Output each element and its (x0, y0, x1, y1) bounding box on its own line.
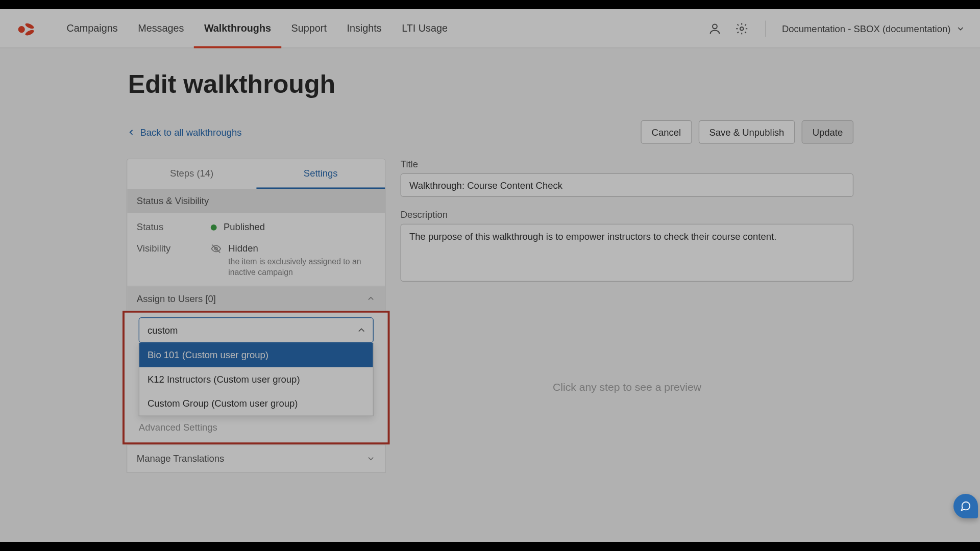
chat-icon (960, 500, 971, 512)
assign-option[interactable]: Custom Group (Custom user group) (139, 392, 373, 416)
manage-translations-row[interactable]: Manage Translations (127, 445, 385, 472)
assign-option[interactable]: K12 Instructors (Custom user group) (139, 367, 373, 391)
status-dot-icon (211, 224, 217, 231)
assign-search-input[interactable] (139, 317, 374, 343)
status-visibility-header: Status & Visibility (127, 189, 385, 213)
visibility-value: Hidden (228, 243, 363, 254)
assign-option[interactable]: Bio 101 (Custom user group) (139, 343, 373, 367)
chevron-down-icon (956, 23, 965, 33)
nav-support[interactable]: Support (281, 9, 337, 47)
help-fab[interactable] (953, 494, 978, 518)
description-textarea[interactable] (401, 224, 853, 282)
title-input[interactable] (401, 173, 853, 197)
assign-users-header[interactable]: Assign to Users [0] (127, 287, 385, 311)
assign-dropdown-list: Bio 101 (Custom user group) K12 Instruct… (139, 343, 374, 417)
user-icon[interactable] (707, 21, 722, 36)
workspace-switcher[interactable]: Documentation - SBOX (documentation) (782, 23, 965, 34)
back-link-label: Back to all walkthroughs (140, 127, 241, 137)
svg-point-4 (740, 27, 743, 30)
page-title: Edit walkthrough (127, 70, 853, 99)
tab-settings[interactable]: Settings (256, 159, 385, 189)
main-nav: Campaigns Messages Walkthroughs Support … (57, 9, 458, 47)
preview-placeholder: Click any step to see a preview (401, 296, 853, 478)
tab-steps[interactable]: Steps (14) (127, 159, 256, 189)
cancel-button[interactable]: Cancel (641, 120, 692, 144)
svg-point-1 (24, 22, 35, 30)
gear-icon[interactable] (734, 21, 749, 36)
nav-lti-usage[interactable]: LTI Usage (391, 9, 457, 47)
nav-messages[interactable]: Messages (128, 9, 194, 47)
back-link[interactable]: Back to all walkthroughs (127, 127, 241, 137)
divider (765, 20, 766, 37)
chevron-left-icon (127, 127, 136, 136)
save-unpublish-button[interactable]: Save & Unpublish (698, 120, 795, 144)
svg-point-2 (24, 29, 35, 36)
visibility-label: Visibility (137, 243, 211, 254)
nav-walkthroughs[interactable]: Walkthroughs (194, 9, 281, 47)
chevron-up-icon (366, 294, 376, 303)
chevron-up-icon[interactable] (356, 325, 367, 336)
assign-dropdown-highlight: Bio 101 (Custom user group) K12 Instruct… (122, 311, 390, 444)
description-label: Description (401, 209, 853, 220)
workspace-label: Documentation - SBOX (documentation) (782, 23, 950, 34)
title-label: Title (401, 159, 853, 169)
advanced-settings-row[interactable]: Advanced Settings (129, 418, 383, 438)
eye-off-icon (211, 243, 222, 254)
svg-point-0 (18, 26, 25, 32)
status-value: Published (224, 221, 265, 232)
nav-campaigns[interactable]: Campaigns (57, 9, 128, 47)
app-logo[interactable] (15, 17, 36, 39)
settings-tabbar: Steps (14) Settings (127, 159, 386, 189)
nav-insights[interactable]: Insights (337, 9, 392, 47)
update-button[interactable]: Update (802, 120, 854, 144)
status-label: Status (137, 221, 211, 232)
chevron-down-icon (366, 454, 376, 463)
svg-point-3 (713, 24, 717, 29)
visibility-note: the item is exclusively assigned to an i… (228, 256, 363, 278)
